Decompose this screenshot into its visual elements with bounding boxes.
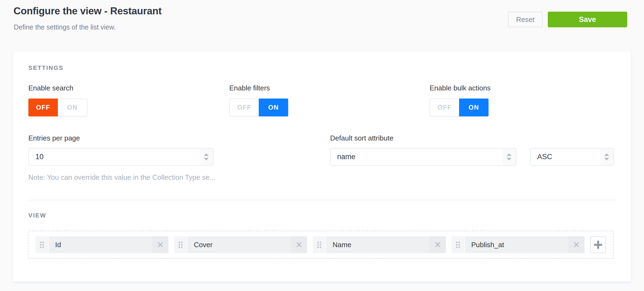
save-button[interactable]: Save	[548, 12, 627, 27]
settings-card: SETTINGS Enable search Enable filters En…	[13, 51, 631, 282]
spinner-icon	[600, 149, 613, 165]
enable-filters-toggle-on[interactable]: ON	[259, 99, 288, 116]
field-pill-cover[interactable]: Cover ×	[174, 236, 307, 253]
entries-per-page-value: 10	[35, 149, 44, 165]
grip-dots-icon	[317, 242, 321, 248]
spinner-down-icon	[204, 158, 209, 161]
sort-attribute-value: name	[337, 149, 356, 165]
spinner-icon	[200, 149, 213, 165]
grip-dots-icon	[179, 242, 182, 248]
view-section-title: VIEW	[28, 212, 46, 219]
enable-search-toggle-on[interactable]: ON	[58, 99, 87, 116]
spinner-up-icon	[604, 153, 609, 156]
enable-filters-label: Enable filters	[229, 84, 270, 92]
enable-filters-toggle[interactable]: OFF ON	[229, 99, 288, 116]
field-pill-publish-at[interactable]: Publish_at ×	[452, 236, 585, 253]
page-subtitle: Define the settings of the list view.	[14, 23, 116, 31]
entries-per-page-label: Entries per page	[28, 134, 80, 142]
add-field-button[interactable]	[590, 236, 606, 253]
settings-section-title: SETTINGS	[28, 64, 64, 71]
field-pill-label: Name	[326, 236, 430, 253]
spinner-up-icon	[507, 153, 512, 156]
drag-handle[interactable]	[313, 236, 326, 253]
field-pill-id[interactable]: Id ×	[35, 236, 168, 253]
enable-search-toggle[interactable]: OFF ON	[28, 99, 87, 116]
sort-order-select[interactable]: ASC	[530, 148, 614, 166]
drag-handle[interactable]	[35, 236, 49, 253]
enable-search-toggle-off[interactable]: OFF	[28, 99, 58, 116]
entries-per-page-note: Note: You can override this value in the…	[28, 173, 215, 182]
enable-search-label: Enable search	[28, 84, 73, 92]
spinner-up-icon	[204, 153, 209, 156]
grip-dots-icon	[456, 242, 460, 248]
spinner-down-icon	[604, 158, 609, 161]
close-icon[interactable]: ×	[152, 236, 168, 253]
close-icon[interactable]: ×	[568, 236, 585, 253]
close-icon[interactable]: ×	[430, 236, 446, 253]
enable-bulk-actions-toggle-on[interactable]: ON	[459, 99, 489, 116]
view-fields-dropzone[interactable]: Id × Cover × Name × Publish_at ×	[28, 231, 613, 259]
sort-attribute-select[interactable]: name	[330, 148, 516, 166]
enable-filters-toggle-off[interactable]: OFF	[230, 99, 259, 116]
default-sort-attribute-label: Default sort attribute	[330, 134, 393, 142]
entries-per-page-select[interactable]: 10	[28, 148, 214, 166]
drag-handle[interactable]	[452, 236, 465, 253]
enable-bulk-actions-label: Enable bulk actions	[430, 84, 490, 92]
field-pill-label: Id	[49, 236, 152, 253]
field-pill-label: Cover	[187, 236, 291, 253]
enable-bulk-actions-toggle-off[interactable]: OFF	[430, 99, 459, 116]
spinner-down-icon	[507, 158, 512, 161]
enable-bulk-actions-toggle[interactable]: OFF ON	[430, 99, 489, 116]
grip-dots-icon	[40, 242, 44, 248]
page-title: Configure the view - Restaurant	[14, 5, 162, 17]
section-divider	[28, 200, 616, 200]
field-pill-name[interactable]: Name ×	[313, 236, 446, 253]
field-pill-label: Publish_at	[465, 236, 568, 253]
sort-order-value: ASC	[537, 149, 552, 165]
spinner-icon	[502, 149, 516, 165]
drag-handle[interactable]	[174, 236, 187, 253]
close-icon[interactable]: ×	[291, 236, 307, 253]
reset-button[interactable]: Reset	[508, 12, 543, 27]
